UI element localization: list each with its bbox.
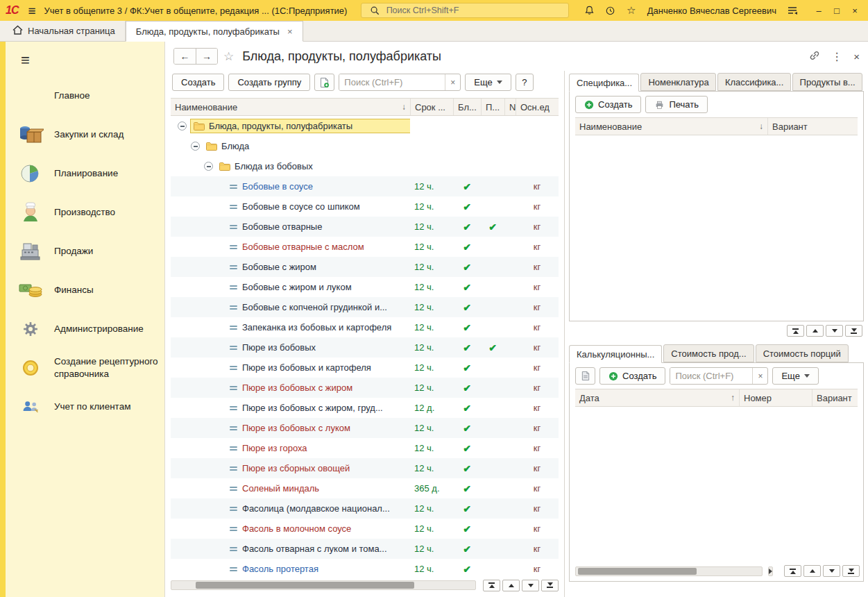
form-more-icon[interactable]: ⋮ <box>831 50 842 63</box>
sidebar-item-purchases-warehouse[interactable]: Закупки и склад <box>6 115 164 154</box>
maximize-button[interactable]: □ <box>828 2 846 19</box>
tab-home[interactable]: Начальная страница <box>3 21 126 41</box>
service-menu-icon[interactable] <box>785 3 800 18</box>
go-first-button[interactable] <box>787 325 804 337</box>
forward-button[interactable]: → <box>196 49 217 64</box>
tree-item-row[interactable]: Запеканка из бобовых и картофеля12 ч.✔кг <box>171 317 559 337</box>
scrollbar-thumb[interactable] <box>196 582 414 589</box>
calc-document-button[interactable] <box>575 367 595 385</box>
spec-empty-list[interactable] <box>570 135 863 321</box>
tree-item-row[interactable]: Соленый миндаль365 д.✔кг <box>171 478 559 498</box>
add-to-favorites-star-icon[interactable]: ☆ <box>223 49 234 64</box>
tree-group-row[interactable]: Блюда <box>171 136 559 156</box>
tree-item-row[interactable]: Пюре из бобовых с луком12 ч.✔кг <box>171 418 559 438</box>
calc-create-button[interactable]: Создать <box>599 367 665 385</box>
go-down-button[interactable] <box>522 580 539 591</box>
search-clear-icon[interactable]: × <box>752 368 767 384</box>
tree-item-row[interactable]: Бобовые с жиром12 ч.✔кг <box>171 257 559 277</box>
tree-group-row[interactable]: Блюда, продукты, полуфабрикаты <box>171 116 559 136</box>
scroll-right-arrow[interactable] <box>768 566 773 576</box>
tab-products-in[interactable]: Продукты в... <box>792 73 862 91</box>
column-header-n[interactable]: N <box>504 99 516 115</box>
notifications-bell-icon[interactable] <box>582 3 597 18</box>
global-search-input[interactable]: Поиск Ctrl+Shift+F <box>361 3 569 18</box>
go-last-button[interactable] <box>842 565 860 577</box>
main-menu-icon[interactable]: ≡ <box>25 4 38 17</box>
tree-item-row[interactable]: Бобовые в соусе со шпиком12 ч.✔кг <box>171 196 559 217</box>
spec-print-button[interactable]: Печать <box>645 96 708 113</box>
get-link-icon[interactable] <box>809 50 820 63</box>
tree-item-row[interactable]: Фасоль отварная с луком и тома...12 ч.✔к… <box>171 539 559 559</box>
column-header-term[interactable]: Срок ... <box>410 99 453 115</box>
collapse-icon[interactable] <box>191 142 200 151</box>
go-up-button[interactable] <box>502 580 520 591</box>
go-up-button[interactable] <box>803 565 821 577</box>
tree-item-row[interactable]: Бобовые с копченой грудинкой и...12 ч.✔к… <box>171 297 559 317</box>
spec-create-button[interactable]: Создать <box>575 96 641 113</box>
calc-more-button[interactable]: Еще <box>772 367 818 385</box>
list-search-input[interactable] <box>339 74 445 90</box>
sidebar-item-finance[interactable]: Финансы <box>6 271 164 310</box>
sidebar-item-clients[interactable]: Учет по клиентам <box>6 387 164 426</box>
go-last-button[interactable] <box>541 580 559 591</box>
spec-column-name[interactable]: Наименование↓ <box>575 118 767 135</box>
scrollbar-thumb[interactable] <box>578 568 697 575</box>
tree-item-row[interactable]: Бобовые с жиром и луком12 ч.✔кг <box>171 277 559 297</box>
column-header-name[interactable]: Наименование↓ <box>171 99 410 115</box>
tree-item-row[interactable]: Пюре из бобовых с жиром12 ч.✔кг <box>171 378 559 398</box>
collapse-icon[interactable] <box>204 162 213 171</box>
tree-item-row[interactable]: Пюре из бобовых с жиром, груд...12 д.✔кг <box>171 398 559 418</box>
history-clock-icon[interactable] <box>603 3 618 18</box>
go-down-button[interactable] <box>823 565 840 577</box>
tree-item-row[interactable]: Бобовые отварные12 ч.✔✔кг <box>171 217 559 237</box>
go-first-button[interactable] <box>784 565 801 577</box>
current-user-name[interactable]: Данченко Вячеслав Сергеевич <box>647 6 776 16</box>
favorites-star-icon[interactable]: ☆ <box>624 3 639 18</box>
tree-item-row[interactable]: Пюре из бобовых и картофеля12 ч.✔кг <box>171 358 559 378</box>
calc-column-number[interactable]: Номер <box>739 389 812 406</box>
tab-portion-cost[interactable]: Стоимость порций <box>756 344 849 362</box>
collapse-icon[interactable] <box>178 121 187 131</box>
help-button[interactable]: ? <box>516 74 534 91</box>
go-up-button[interactable] <box>806 325 824 337</box>
tab-product-cost[interactable]: Стоимость прод... <box>663 344 754 362</box>
minimize-button[interactable]: – <box>810 2 828 19</box>
tree-item-row[interactable]: Фасолица (молдавское национал...12 ч.✔кг <box>171 498 559 519</box>
more-button[interactable]: Еще <box>465 74 511 91</box>
close-window-button[interactable]: × <box>846 2 864 19</box>
sidebar-menu-icon[interactable]: ≡ <box>21 51 164 69</box>
tree-item-row[interactable]: Пюре из гороха12 ч.✔кг <box>171 438 559 458</box>
create-group-button[interactable]: Создать группу <box>228 74 310 91</box>
tree-group-row[interactable]: Блюда из бобовых <box>171 156 559 176</box>
sidebar-item-production[interactable]: Производство <box>6 193 164 232</box>
column-header-p[interactable]: П... <box>481 99 504 115</box>
tab-close-icon[interactable]: × <box>287 26 293 37</box>
tab-classification[interactable]: Классификa... <box>717 73 791 91</box>
column-header-bl[interactable]: Бл... <box>453 99 481 115</box>
go-first-button[interactable] <box>483 580 500 591</box>
form-close-icon[interactable]: × <box>853 51 860 62</box>
tab-nomenclature[interactable]: Номенклатура <box>640 73 716 91</box>
sidebar-item-administration[interactable]: Администрирование <box>6 310 164 348</box>
copy-element-button[interactable] <box>314 74 334 91</box>
horizontal-scrollbar[interactable] <box>171 580 476 590</box>
create-button[interactable]: Создать <box>172 74 224 91</box>
tab-dishes-products[interactable]: Блюда, продукты, полуфабрикаты × <box>126 21 303 42</box>
sidebar-item-planning[interactable]: Планирование <box>6 154 164 193</box>
tab-calculation-cards[interactable]: Калькуляционны... <box>569 345 662 363</box>
go-last-button[interactable] <box>845 325 862 337</box>
tree-item-row[interactable]: Фасоль в молочном соусе12 ч.✔кг <box>171 519 559 539</box>
tree-item-row[interactable]: Фасоль протертая12 ч.✔кг <box>171 559 559 579</box>
tree-item-row[interactable]: Бобовые в соусе12 ч.✔кг <box>171 176 559 196</box>
search-clear-icon[interactable]: × <box>445 74 460 90</box>
column-header-unit[interactable]: Осн.ед <box>516 99 559 115</box>
sidebar-item-sales[interactable]: Продажи <box>6 232 164 271</box>
sidebar-item-main[interactable]: Главное <box>6 76 164 115</box>
sidebar-item-recipe-builder[interactable]: Создание рецептурного справочника <box>6 348 164 387</box>
tree-item-row[interactable]: Бобовые отварные с маслом12 ч.✔кг <box>171 237 559 257</box>
calc-empty-list[interactable] <box>570 407 863 565</box>
back-button[interactable]: ← <box>174 49 196 64</box>
tree-item-row[interactable]: Пюре из бобовых12 ч.✔✔кг <box>171 337 559 358</box>
spec-column-variant[interactable]: Вариант <box>767 118 858 135</box>
calc-column-variant[interactable]: Вариант <box>812 389 858 406</box>
